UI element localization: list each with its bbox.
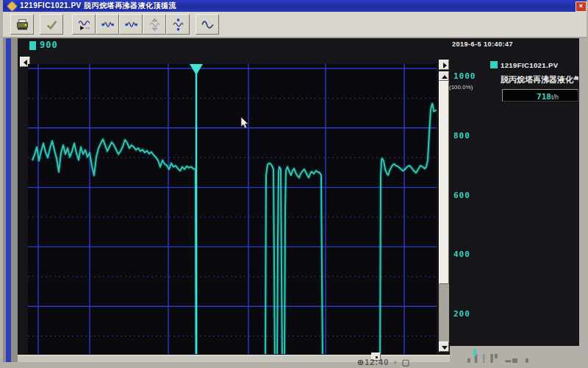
watermark-teal-tick xyxy=(473,349,476,356)
cursor-datetime: 2019-6-5 10:40:47 xyxy=(452,40,513,48)
trend-run-button[interactable] xyxy=(72,14,96,35)
window-title: 1219FIC1021.PV 脱丙烷塔再沸器液化顶循流 xyxy=(20,1,176,11)
pen-description: 脱丙烷塔再沸器液化气 xyxy=(501,74,578,85)
trend-plot-svg[interactable] xyxy=(28,64,437,354)
watermark-glyphs: ▖▌║▐▘ ▂▄ ▗ xyxy=(467,354,530,362)
pen-unit: t/h xyxy=(551,93,559,101)
window-left-border xyxy=(6,38,11,362)
y-tick-label: 200 xyxy=(453,309,470,319)
compress-time-button[interactable] xyxy=(96,14,119,35)
up-arrow-icon xyxy=(442,75,448,79)
watermark-time: ⊕12:40 ♀ ▢ xyxy=(357,358,410,367)
trend-plot-area[interactable] xyxy=(28,64,437,354)
y-tick-label: 400 xyxy=(453,250,470,259)
title-bar: 1219FIC1021.PV 脱丙烷塔再沸器液化顶循流 xyxy=(3,0,587,12)
pen-tag-name: 1219FIC1021.PV xyxy=(501,61,558,69)
pan-value-button[interactable] xyxy=(166,14,190,35)
scale-value-button[interactable] xyxy=(143,14,166,35)
photo-right-edge xyxy=(579,38,588,368)
axis-percent-label: (100.0%) xyxy=(449,84,473,91)
pan-right-button[interactable] xyxy=(439,60,449,70)
vertical-scrollbar-thumb[interactable] xyxy=(439,81,449,284)
scroll-down-button[interactable] xyxy=(439,342,449,352)
cursor-value-readout: 900 xyxy=(40,40,58,50)
y-tick-label: 1000 xyxy=(453,71,476,81)
confirm-button[interactable] xyxy=(40,14,63,35)
pen-value: 718 xyxy=(537,92,551,102)
toolbar xyxy=(3,12,587,38)
left-arrow-icon xyxy=(24,60,27,66)
time-cursor-marker[interactable] xyxy=(190,64,203,75)
y-tick-label: 800 xyxy=(453,131,470,141)
scroll-up-button[interactable] xyxy=(439,71,449,81)
pen-legend-chip xyxy=(490,61,498,68)
app-diamond-icon xyxy=(7,1,17,11)
mouse-cursor xyxy=(240,116,250,132)
expand-time-button[interactable] xyxy=(119,14,143,35)
screen: 1219FIC1021.PV 脱丙烷塔再沸器液化顶循流 × 900 2019-6… xyxy=(0,0,588,368)
close-button[interactable]: × xyxy=(576,1,587,12)
time-axis-row: 10:4510:5511:0511:15 xyxy=(0,362,588,368)
trend-line xyxy=(32,104,437,354)
print-button[interactable] xyxy=(10,14,34,35)
curve-button[interactable] xyxy=(196,14,219,35)
y-tick-label: 600 xyxy=(453,191,470,200)
pen-color-chip xyxy=(29,41,36,50)
right-arrow-icon xyxy=(443,63,447,68)
trend-line xyxy=(32,104,437,354)
down-arrow-icon xyxy=(442,346,448,350)
pen-value-box: 718t/h xyxy=(502,89,578,102)
